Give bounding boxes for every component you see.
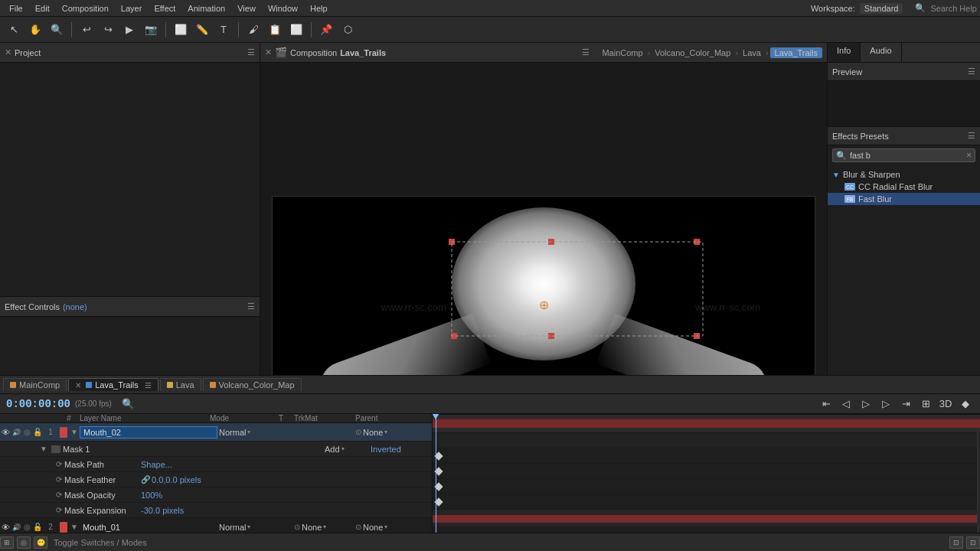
- layer-2-vis[interactable]: 👁: [0, 522, 11, 533]
- layer-2-trkmat[interactable]: ⊙ None ▾: [294, 523, 355, 532]
- project-panel-close[interactable]: ✕: [5, 47, 11, 57]
- tl-prev-frame[interactable]: ◁: [838, 396, 854, 412]
- layer-2-parent[interactable]: ⊙ None ▾: [355, 523, 432, 532]
- menu-window[interactable]: Window: [262, 2, 304, 15]
- search-clear-btn[interactable]: ×: [966, 150, 972, 161]
- solo-switches-btn[interactable]: ◎: [17, 536, 31, 549]
- tab-lavatrails[interactable]: ✕ Lava_Trails ☰: [68, 378, 158, 391]
- mask-expansion-value[interactable]: -30.0 pixels: [141, 506, 184, 515]
- tl-goto-start[interactable]: ⇤: [818, 396, 835, 412]
- search-help-label[interactable]: Search Help: [930, 4, 977, 13]
- tl-markers[interactable]: ◆: [957, 396, 974, 412]
- tl-play[interactable]: ▷: [858, 396, 874, 412]
- mask-path-value[interactable]: Shape...: [141, 460, 172, 469]
- breadcrumb-volcano[interactable]: Volcano_Color_Map: [652, 47, 733, 58]
- search-help-icon[interactable]: 🔍: [915, 3, 926, 13]
- tab-audio[interactable]: Audio: [861, 43, 901, 62]
- layer-1-vis[interactable]: 👁: [0, 427, 11, 438]
- breadcrumb-lava[interactable]: Lava: [740, 47, 764, 58]
- tl-next-frame[interactable]: ▷: [877, 396, 894, 412]
- layer-2-expand[interactable]: ▼: [69, 522, 80, 533]
- toggle-switches-btn[interactable]: ⊞: [0, 536, 14, 549]
- selection-tool[interactable]: ↖: [5, 21, 23, 38]
- tl-ram-preview[interactable]: ⊞: [917, 396, 934, 412]
- tab-close-lavatrails[interactable]: ✕: [75, 381, 81, 390]
- mask-point-6[interactable]: [694, 333, 700, 339]
- menu-edit[interactable]: Edit: [29, 2, 56, 15]
- menu-layer[interactable]: Layer: [115, 2, 149, 15]
- tab-volcano[interactable]: Volcano_Color_Map: [203, 378, 302, 391]
- mask-opacity-value[interactable]: 100%: [141, 491, 162, 500]
- roto-tool[interactable]: ⬡: [338, 21, 357, 38]
- tab-lava[interactable]: Lava: [160, 378, 201, 391]
- eraser-tool[interactable]: ⬜: [287, 21, 305, 38]
- layer-1-mode[interactable]: Normal ▾: [217, 428, 279, 437]
- hand-tool[interactable]: ✋: [26, 21, 44, 38]
- preview-btn[interactable]: ▶: [120, 21, 139, 38]
- pen-tool[interactable]: ✏️: [193, 21, 211, 38]
- menu-help[interactable]: Help: [304, 2, 334, 15]
- camera-btn[interactable]: 📷: [142, 21, 160, 38]
- mask-feather-value[interactable]: 0.0,0.0 pixels: [152, 475, 201, 484]
- timeline-timecode[interactable]: 0:00:00:00: [6, 398, 70, 410]
- layer-1-name[interactable]: Mouth_02: [80, 426, 217, 439]
- stamp-tool[interactable]: 📋: [266, 21, 284, 38]
- tl-draft-3d[interactable]: 3D: [937, 396, 954, 412]
- mask-point-3[interactable]: [694, 239, 700, 245]
- layer-1-expand[interactable]: ▼: [69, 427, 80, 438]
- menu-effect[interactable]: Effect: [148, 2, 181, 15]
- zoom-tool[interactable]: 🔍: [47, 21, 66, 38]
- shy-btn[interactable]: 😶: [34, 536, 47, 549]
- toggle-label[interactable]: Toggle Switches / Modes: [47, 536, 153, 549]
- mask-1-add-dropdown[interactable]: Add ▾: [325, 445, 371, 454]
- mask-point-1[interactable]: [449, 239, 455, 245]
- comp-panel-menu[interactable]: ☰: [582, 47, 590, 57]
- menu-file[interactable]: File: [3, 2, 29, 15]
- layer-2-lock[interactable]: 🔓: [32, 522, 43, 533]
- project-panel-menu[interactable]: ☰: [247, 47, 255, 57]
- brush-tool[interactable]: 🖌: [244, 21, 263, 38]
- tl-search-btn[interactable]: 🔍: [119, 396, 136, 412]
- breadcrumb-maincomp[interactable]: MainComp: [599, 47, 645, 58]
- menu-animation[interactable]: Animation: [181, 2, 231, 15]
- layer-2-name[interactable]: Mouth_01: [80, 522, 217, 533]
- effects-presets-menu[interactable]: ☰: [968, 131, 975, 141]
- workspace-current[interactable]: Standard: [860, 3, 903, 14]
- layer-1-solo[interactable]: ◎: [21, 427, 32, 438]
- layer-1-audio[interactable]: 🔊: [11, 427, 21, 438]
- effect-controls-menu[interactable]: ☰: [247, 302, 255, 311]
- text-tool[interactable]: T: [214, 21, 233, 38]
- mask-point-2[interactable]: [548, 239, 554, 245]
- effect-controls-subject[interactable]: (none): [63, 302, 87, 311]
- puppet-tool[interactable]: 📌: [317, 21, 335, 38]
- undo-btn[interactable]: ↩: [77, 21, 96, 38]
- fast-blur-item[interactable]: FB Fast Blur: [828, 193, 980, 205]
- layer-1-parent[interactable]: ⊙ None ▾: [355, 428, 432, 437]
- tl-goto-end[interactable]: ⇥: [897, 396, 914, 412]
- layer-2-solo[interactable]: ◎: [21, 522, 32, 533]
- mask-1-expand[interactable]: ▼: [38, 444, 49, 455]
- tab-maincomp[interactable]: MainComp: [3, 378, 67, 391]
- frame-blend-btn[interactable]: ⊡: [966, 536, 980, 549]
- motion-blur-btn[interactable]: ⊡: [949, 536, 963, 549]
- mask-point-5[interactable]: [548, 333, 554, 339]
- layer-1-row[interactable]: 👁 🔊 ◎ 🔓 1 ▼ Mouth_02 Normal ▾ ⊙: [0, 423, 432, 442]
- lavatrails-tab-menu[interactable]: ☰: [145, 381, 152, 390]
- layer-2-mode[interactable]: Normal ▾: [217, 523, 279, 532]
- menu-composition[interactable]: Composition: [56, 2, 115, 15]
- menu-view[interactable]: View: [231, 2, 262, 15]
- layer-1-lock[interactable]: 🔓: [32, 427, 43, 438]
- comp-panel-close[interactable]: ✕: [265, 47, 272, 57]
- layer-2-audio[interactable]: 🔊: [11, 522, 21, 533]
- tab-info[interactable]: Info: [828, 43, 861, 62]
- cc-radial-fast-blur-item[interactable]: CC CC Radial Fast Blur: [828, 181, 980, 193]
- rect-shape-tool[interactable]: ⬜: [172, 21, 190, 38]
- preview-menu[interactable]: ☰: [968, 67, 975, 77]
- preview-section-header: Preview ☰: [828, 63, 980, 81]
- effects-search-input[interactable]: [850, 151, 963, 160]
- blur-sharpen-category[interactable]: ▼ Blur & Sharpen: [828, 168, 980, 181]
- layer-2-row[interactable]: 👁 🔊 ◎ 🔓 2 ▼ Mouth_01 Normal ▾ ⊙ No: [0, 518, 432, 533]
- redo-btn[interactable]: ↪: [99, 21, 117, 38]
- mask-point-4[interactable]: [451, 333, 457, 339]
- breadcrumb-lavatrails[interactable]: Lava_Trails: [770, 47, 822, 58]
